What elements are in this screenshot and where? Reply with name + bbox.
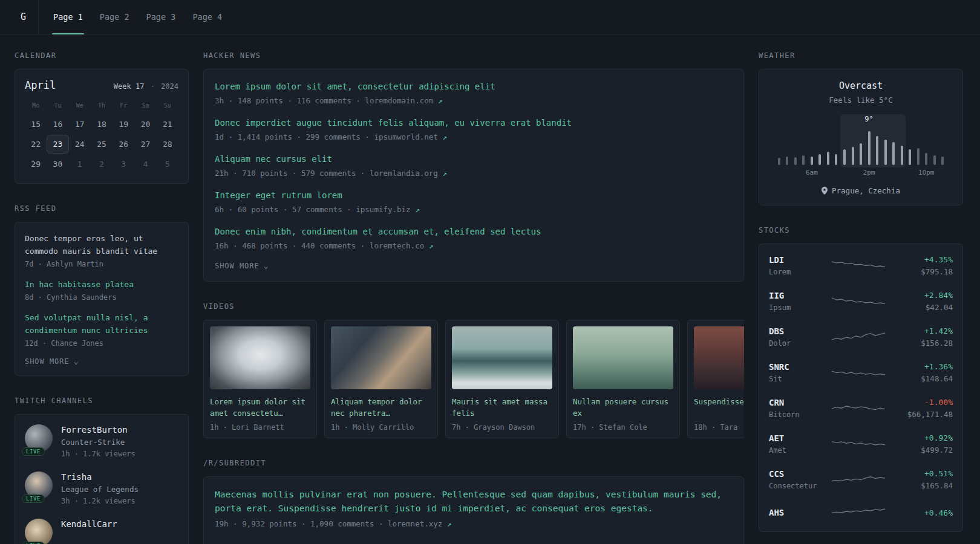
stock-change: +1.42% bbox=[892, 326, 953, 335]
chevron-down-icon: ⌄ bbox=[264, 264, 269, 268]
item-domain-link[interactable]: loremdomain.com bbox=[365, 96, 433, 105]
video-thumbnail[interactable] bbox=[210, 326, 310, 389]
item-domain-link[interactable]: loremtech.co bbox=[370, 241, 424, 250]
item-domain-link[interactable]: ipsumify.biz bbox=[356, 205, 410, 214]
video-title[interactable]: Nullam posuere cursus ex bbox=[573, 396, 673, 419]
calendar-day: 24 bbox=[69, 135, 91, 154]
topbar-tabs: Page 1Page 2Page 3Page 4 bbox=[45, 0, 230, 34]
calendar-day: 4 bbox=[134, 155, 156, 173]
hn-show-more-button[interactable]: SHOW MORE ⌄ bbox=[215, 262, 733, 270]
calendar-week-range: Week 17 · 2024 bbox=[114, 82, 178, 91]
item-domain-link[interactable]: loremnet.xyz bbox=[388, 519, 442, 528]
videos-list: Lorem ipsum dolor sit amet consectetu…1h… bbox=[203, 320, 744, 438]
rss-item-title[interactable]: In hac habitasse platea bbox=[25, 278, 178, 291]
weather-bar-cell bbox=[873, 136, 881, 165]
calendar-day: 18 bbox=[91, 115, 113, 134]
stock-symbol: AHS bbox=[769, 508, 825, 517]
video-card[interactable]: Mauris sit amet massa felis7h · Grayson … bbox=[445, 320, 559, 438]
twitch-channel-name[interactable]: Trisha bbox=[61, 471, 139, 482]
dashboard: G Page 1Page 2Page 3Page 4 CALENDAR Apri… bbox=[0, 0, 980, 544]
stock-sparkline bbox=[825, 329, 892, 345]
rss-show-more-button[interactable]: SHOW MORE ⌄ bbox=[25, 357, 178, 366]
hn-item-title[interactable]: Integer eget rutrum lorem bbox=[215, 189, 733, 201]
stock-row[interactable]: AHS+0.46% bbox=[759, 497, 962, 528]
video-card[interactable]: Aliquam tempor dolor nec pharetra…1h · M… bbox=[324, 320, 438, 438]
stock-row[interactable]: CCSConsectetur+0.51%$165.84 bbox=[759, 462, 962, 497]
tab-page-1[interactable]: Page 1 bbox=[45, 0, 91, 34]
video-card[interactable]: Suspendisse diam18h · Tara bbox=[687, 320, 744, 438]
stock-id: CCSConsectetur bbox=[769, 469, 825, 490]
hn-item-title[interactable]: Aliquam nec cursus elit bbox=[215, 153, 733, 165]
weather-bars bbox=[775, 126, 947, 165]
tab-page-3[interactable]: Page 3 bbox=[138, 0, 185, 34]
subreddit-post-title[interactable]: Maecenas mollis pulvinar erat non posuer… bbox=[215, 488, 733, 516]
stock-row[interactable]: DBSDolor+1.42%$156.28 bbox=[759, 319, 962, 355]
columns: CALENDAR April Week 17 · 2024 MoTuWeThFr… bbox=[0, 34, 980, 544]
app-logo[interactable]: G bbox=[15, 0, 39, 34]
weather-bar bbox=[917, 148, 920, 165]
video-thumbnail[interactable] bbox=[573, 326, 673, 389]
subreddit-widget: /R/SUBREDDIT Maecenas mollis pulvinar er… bbox=[203, 459, 744, 544]
calendar-day: 27 bbox=[134, 135, 156, 154]
twitch-channel-row[interactable]: LIVEForrestBurtonCounter-Strike1h · 1.7k… bbox=[25, 424, 178, 458]
twitch-channel-game[interactable]: League of Legends bbox=[61, 485, 139, 494]
weather-bar bbox=[818, 154, 821, 165]
twitch-channel-row[interactable]: LIVETrishaLeague of Legends3h · 1.2k vie… bbox=[25, 471, 178, 505]
video-card[interactable]: Nullam posuere cursus ex17h · Stefan Col… bbox=[566, 320, 680, 438]
twitch-channel-name[interactable]: ForrestBurton bbox=[61, 424, 136, 435]
video-thumbnail[interactable] bbox=[694, 326, 744, 389]
stock-row[interactable]: IIGIpsum+2.84%$42.04 bbox=[759, 283, 962, 319]
rss-show-more-label: SHOW MORE bbox=[25, 357, 70, 366]
video-thumbnail[interactable] bbox=[331, 326, 431, 389]
item-meta: 1d · 1,414 points · 299 comments · ipsum… bbox=[215, 132, 733, 141]
calendar-dow-label: Sa bbox=[134, 97, 156, 114]
live-badge: LIVE bbox=[22, 447, 45, 456]
hn-item: Aliquam nec cursus elit21h · 710 points … bbox=[215, 153, 733, 178]
twitch-channel-info: ForrestBurtonCounter-Strike1h · 1.7k vie… bbox=[61, 424, 136, 458]
rss-item-meta: 12d · Chance Jones bbox=[25, 339, 178, 348]
calendar-header-row: April Week 17 · 2024 bbox=[25, 79, 178, 91]
video-title[interactable]: Lorem ipsum dolor sit amet consectetu… bbox=[210, 396, 310, 419]
calendar-dow-label: We bbox=[69, 97, 91, 114]
twitch-channel-row[interactable]: LIVEKendallCarr bbox=[25, 519, 178, 544]
hn-item-title[interactable]: Lorem ipsum dolor sit amet, consectetur … bbox=[215, 80, 733, 92]
stock-row[interactable]: LDILorem+4.35%$795.18 bbox=[759, 248, 962, 283]
subreddit-list: Maecenas mollis pulvinar erat non posuer… bbox=[215, 488, 733, 528]
stock-symbol: DBS bbox=[769, 326, 825, 336]
item-domain-link[interactable]: ipsumworld.net bbox=[374, 132, 437, 141]
stock-name: Amet bbox=[769, 446, 825, 455]
item-meta: 3h · 148 points · 116 comments · loremdo… bbox=[215, 96, 733, 105]
stock-sparkline bbox=[825, 401, 892, 416]
rss-item-title[interactable]: Donec tempor eros leo, ut commodo mauris… bbox=[25, 232, 178, 257]
item-meta-text: 21h · 710 points · 579 comments · bbox=[215, 169, 370, 178]
weather-bar bbox=[843, 149, 846, 165]
tab-page-4[interactable]: Page 4 bbox=[184, 0, 230, 34]
tab-page-2[interactable]: Page 2 bbox=[91, 0, 138, 34]
video-title[interactable]: Mauris sit amet massa felis bbox=[452, 396, 552, 419]
weather-bar-cell bbox=[881, 140, 890, 165]
hn-item-title[interactable]: Donec enim nibh, condimentum et accumsan… bbox=[215, 225, 733, 238]
stock-change: +2.84% bbox=[892, 291, 953, 300]
video-card[interactable]: Lorem ipsum dolor sit amet consectetu…1h… bbox=[203, 320, 317, 438]
video-title[interactable]: Aliquam tempor dolor nec pharetra… bbox=[331, 396, 431, 419]
calendar-dow-label: Tu bbox=[47, 97, 68, 114]
twitch-channel-name[interactable]: KendallCarr bbox=[61, 519, 117, 529]
twitch-channel-game[interactable]: Counter-Strike bbox=[61, 438, 136, 447]
rss-item-title[interactable]: Sed volutpat nulla nisl, a condimentum n… bbox=[25, 311, 178, 337]
calendar-widget: CALENDAR April Week 17 · 2024 MoTuWeThFr… bbox=[15, 51, 189, 184]
stock-id: AETAmet bbox=[769, 433, 825, 455]
stock-change: +4.35% bbox=[892, 255, 953, 264]
stock-row[interactable]: CRNBitcorn-1.00%$66,171.48 bbox=[759, 390, 962, 426]
weather-times: 6am2pm10pm bbox=[775, 169, 947, 177]
stock-sparkline-icon bbox=[831, 401, 886, 416]
live-badge: LIVE bbox=[22, 494, 45, 503]
video-meta: 1h · Lori Barnett bbox=[210, 423, 310, 432]
item-domain-link[interactable]: loremlandia.org bbox=[370, 169, 438, 178]
video-thumbnail[interactable] bbox=[452, 326, 552, 389]
stock-row[interactable]: SNRCSit+1.36%$148.64 bbox=[759, 355, 962, 390]
stock-price: $42.04 bbox=[892, 303, 953, 312]
video-title[interactable]: Suspendisse diam bbox=[694, 396, 744, 419]
stock-row[interactable]: AETAmet+0.92%$499.72 bbox=[759, 426, 962, 462]
hn-item-title[interactable]: Donec imperdiet augue tincidunt felis al… bbox=[215, 117, 733, 129]
weather-widget: WEATHER Overcast Feels like 5°C 9° 6am2p… bbox=[759, 51, 963, 206]
